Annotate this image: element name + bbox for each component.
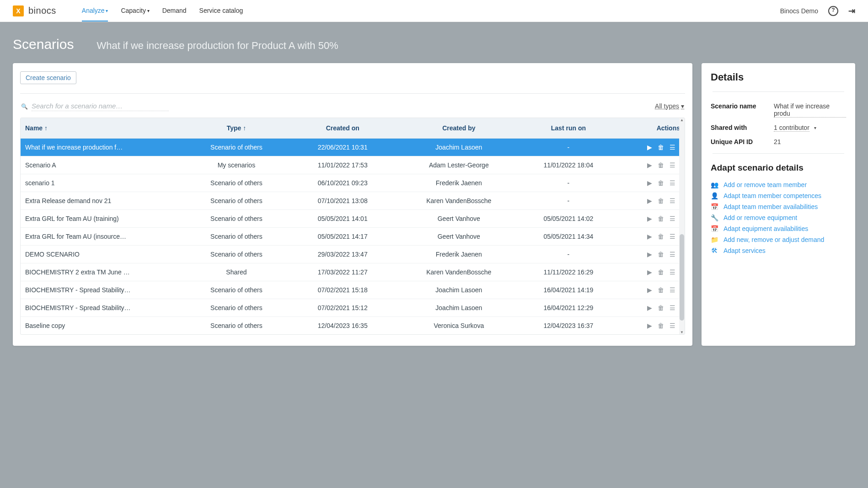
value-scenario-name[interactable]: What if we increase produ: [774, 102, 846, 118]
menu-icon[interactable]: [670, 286, 675, 294]
scroll-up-icon[interactable]: ▲: [680, 118, 684, 122]
table-row[interactable]: BIOCHEMISTRY - Spread Stability…Scenario…: [21, 299, 685, 317]
table-row[interactable]: Scenario AMy scenarios11/01/2022 17:53Ad…: [21, 156, 685, 174]
table-row[interactable]: BIOCHEMISTRY 2 extra TM June …Shared17/0…: [21, 263, 685, 281]
scroll-thumb[interactable]: [680, 234, 684, 321]
search-row: All types: [18, 101, 687, 118]
cell-name: BIOCHEMISTRY - Spread Stability…: [21, 281, 187, 299]
action-link[interactable]: Adapt team member availabilities: [723, 203, 818, 210]
logout-icon[interactable]: [848, 6, 855, 16]
cell-name: Scenario A: [21, 156, 187, 174]
menu-icon[interactable]: [670, 161, 675, 169]
action-link[interactable]: Add or remove team member: [723, 181, 807, 188]
run-icon[interactable]: [647, 268, 652, 276]
nav-service-catalog[interactable]: Service catalog: [199, 0, 243, 21]
scenario-list-panel: Create scenario All types Name: [13, 63, 692, 346]
delete-icon[interactable]: [658, 304, 664, 311]
col-created-on[interactable]: Created on: [286, 118, 399, 139]
topbar-right: Binocs Demo: [780, 6, 855, 16]
cell-created-by: Veronica Surkova: [399, 317, 519, 335]
menu-icon[interactable]: [670, 322, 675, 329]
value-shared-with-dropdown[interactable]: 1 contributor: [774, 124, 816, 132]
cell-created-by: Karen VandenBossche: [399, 263, 519, 281]
cell-actions: [618, 281, 685, 299]
col-actions: Actions: [618, 118, 685, 139]
menu-icon[interactable]: [670, 251, 675, 258]
action-link[interactable]: Add or remove equipment: [723, 214, 797, 221]
cell-type: Scenario of others: [187, 139, 286, 156]
create-scenario-button[interactable]: Create scenario: [20, 71, 76, 84]
menu-icon[interactable]: [670, 268, 675, 276]
nav-demand[interactable]: Demand: [162, 0, 187, 21]
delete-icon[interactable]: [658, 322, 664, 329]
run-icon[interactable]: [647, 304, 652, 311]
run-icon[interactable]: [647, 161, 652, 169]
nav-analyze[interactable]: Analyze: [82, 0, 108, 21]
menu-icon[interactable]: [670, 144, 675, 151]
delete-icon[interactable]: [658, 286, 664, 294]
cell-type: Scenario of others: [187, 317, 286, 335]
delete-icon[interactable]: [658, 144, 664, 151]
cell-name: What if we increase production f…: [21, 139, 187, 156]
cell-created-on: 17/03/2022 11:27: [286, 263, 399, 281]
menu-icon[interactable]: [670, 304, 675, 311]
delete-icon[interactable]: [658, 197, 664, 204]
cell-actions: [618, 263, 685, 281]
adapt-action-item: 👤Adapt team member competences: [711, 190, 846, 201]
scrollbar[interactable]: ▲ ▼: [679, 118, 685, 334]
table-row[interactable]: DEMO SCENARIOScenario of others29/03/202…: [21, 246, 685, 263]
delete-icon[interactable]: [658, 233, 664, 240]
col-name[interactable]: Name: [21, 118, 187, 139]
search-input[interactable]: [32, 101, 169, 111]
menu-icon[interactable]: [670, 197, 675, 204]
action-icon: 🛠: [711, 247, 718, 254]
run-icon[interactable]: [647, 215, 652, 222]
cell-type: My scenarios: [187, 156, 286, 174]
cell-name: Baseline copy: [21, 317, 187, 335]
page-title: Scenarios: [13, 37, 74, 52]
run-icon[interactable]: [647, 251, 652, 258]
delete-icon[interactable]: [658, 268, 664, 276]
scroll-down-icon[interactable]: ▼: [680, 330, 684, 334]
table-row[interactable]: BIOCHEMISTRY - Spread Stability…Scenario…: [21, 281, 685, 299]
nav-capacity[interactable]: Capacity: [121, 0, 149, 21]
table-row[interactable]: Extra GRL for Team AU (training)Scenario…: [21, 210, 685, 228]
col-created-by[interactable]: Created by: [399, 118, 519, 139]
col-type[interactable]: Type: [187, 118, 286, 139]
run-icon[interactable]: [647, 322, 652, 329]
cell-created-by: Joachim Lasoen: [399, 281, 519, 299]
cell-created-on: 06/10/2021 09:23: [286, 174, 399, 192]
delete-icon[interactable]: [658, 251, 664, 258]
table-row[interactable]: Extra GRL for Team AU (insource…Scenario…: [21, 228, 685, 246]
col-last-run[interactable]: Last run on: [519, 118, 618, 139]
action-link[interactable]: Add new, remove or adjust demand: [723, 236, 824, 243]
value-api-id: 21: [774, 138, 781, 145]
menu-icon[interactable]: [670, 233, 675, 240]
table-row[interactable]: scenario 1Scenario of others06/10/2021 0…: [21, 174, 685, 192]
delete-icon[interactable]: [658, 161, 664, 169]
action-link[interactable]: Adapt services: [723, 247, 766, 254]
table-row[interactable]: What if we increase production f…Scenari…: [21, 139, 685, 156]
menu-icon[interactable]: [670, 215, 675, 222]
logo: X: [13, 5, 24, 16]
user-name[interactable]: Binocs Demo: [780, 7, 818, 15]
table-row[interactable]: Extra Release demand nov 21Scenario of o…: [21, 192, 685, 210]
table-row[interactable]: Baseline copyScenario of others12/04/202…: [21, 317, 685, 335]
help-icon[interactable]: [828, 6, 838, 16]
action-icon: 📅: [711, 225, 718, 232]
cell-created-by: Geert Vanhove: [399, 228, 519, 246]
action-icon: 👥: [711, 181, 718, 188]
cell-type: Scenario of others: [187, 281, 286, 299]
divider: [713, 91, 844, 92]
run-icon[interactable]: [647, 179, 652, 187]
type-filter-dropdown[interactable]: All types: [655, 102, 684, 110]
delete-icon[interactable]: [658, 215, 664, 222]
action-link[interactable]: Adapt team member competences: [723, 192, 821, 199]
delete-icon[interactable]: [658, 179, 664, 187]
run-icon[interactable]: [647, 233, 652, 240]
menu-icon[interactable]: [670, 179, 675, 187]
run-icon[interactable]: [647, 197, 652, 204]
run-icon[interactable]: [647, 144, 652, 151]
run-icon[interactable]: [647, 286, 652, 294]
action-link[interactable]: Adapt equipment availabilities: [723, 225, 808, 232]
